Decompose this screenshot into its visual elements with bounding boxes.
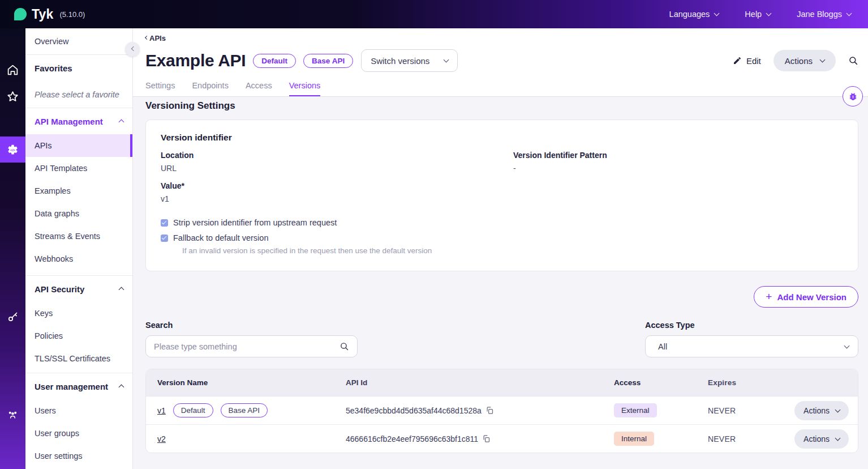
sidebar-item-streams-events[interactable]: Streams & Events <box>25 225 132 248</box>
search-box <box>145 335 358 357</box>
apis-label: APIs <box>35 141 52 150</box>
filters-row: Search Access Type All <box>145 321 858 357</box>
tab-settings[interactable]: Settings <box>145 81 175 96</box>
page-title: Example API <box>145 51 246 70</box>
access-badge: Internal <box>614 432 654 446</box>
field-column-right: Version Identifier Pattern - <box>513 151 843 212</box>
row-actions-button[interactable]: Actions <box>794 429 849 449</box>
main-content: APIs Example API Default Base API Switch… <box>133 28 868 469</box>
home-icon[interactable] <box>0 57 25 83</box>
access-type-value: All <box>658 342 667 351</box>
chevron-down-icon <box>835 407 841 412</box>
policies-label: Policies <box>35 331 63 340</box>
data-graphs-label: Data graphs <box>35 209 79 218</box>
user-menu[interactable]: Jane Bloggs <box>797 10 851 19</box>
strip-version-checkbox[interactable] <box>161 219 168 227</box>
bug-icon <box>848 92 858 101</box>
search-input[interactable] <box>154 342 334 351</box>
sidebar-item-tls-ssl-certificates[interactable]: TLS/SSL Certificates <box>25 347 132 370</box>
sidebar-section-api-security[interactable]: API Security <box>25 276 132 302</box>
sidebar-item-user-settings[interactable]: User settings <box>25 445 132 467</box>
fallback-checkbox-row: Fallback to default version <box>161 233 843 242</box>
star-icon[interactable] <box>0 83 25 109</box>
default-badge: Default <box>253 54 296 68</box>
base-api-badge: Base API <box>221 403 268 417</box>
row-actions-button[interactable]: Actions <box>794 401 849 420</box>
pattern-value: - <box>513 164 843 173</box>
api-templates-label: API Templates <box>35 164 87 173</box>
version-identifier-card: Version identifier Location URL Value* v… <box>145 120 858 271</box>
sidebar-item-policies[interactable]: Policies <box>25 325 132 347</box>
page-header: APIs Example API Default Base API Switch… <box>133 28 868 97</box>
api-management-icon[interactable]: </> <box>0 137 25 163</box>
tab-endpoints[interactable]: Endpoints <box>192 81 229 96</box>
sidebar-section-favorites[interactable]: Favorites <box>25 55 132 81</box>
strip-version-checkbox-row: Strip version identifier from upstream r… <box>161 218 843 227</box>
location-label: Location <box>161 151 491 160</box>
access-type-label: Access Type <box>645 321 858 330</box>
sidebar-item-examples[interactable]: Examples <box>25 180 132 202</box>
search-icon[interactable] <box>340 342 349 351</box>
sidebar-item-users[interactable]: Users <box>25 399 132 422</box>
col-access: Access <box>614 378 708 387</box>
app-version: (5.10.0) <box>60 10 85 19</box>
favorites-label: Favorites <box>35 63 72 73</box>
chevron-down-icon <box>820 57 826 63</box>
copy-icon[interactable] <box>482 434 491 443</box>
add-version-row: + Add New Version <box>145 286 858 308</box>
location-field: Location URL <box>161 151 491 173</box>
field-grid: Location URL Value* v1 Version Identifie… <box>161 151 843 212</box>
logo-text: Tyk <box>32 7 54 22</box>
streams-events-label: Streams & Events <box>35 232 100 241</box>
user-groups-label: User groups <box>35 429 79 438</box>
access-type-select[interactable]: All <box>645 335 858 357</box>
tyk-leaf-icon <box>14 8 27 20</box>
tab-versions[interactable]: Versions <box>289 81 321 96</box>
bug-report-button[interactable] <box>843 86 863 106</box>
sidebar-item-apis[interactable]: APIs <box>25 134 132 157</box>
copy-icon[interactable] <box>485 406 494 415</box>
sidebar-collapse-button[interactable] <box>125 42 140 57</box>
fallback-checkbox[interactable] <box>161 234 168 242</box>
add-new-version-button[interactable]: + Add New Version <box>754 286 858 308</box>
base-api-badge: Base API <box>303 54 353 68</box>
value-field: Value* v1 <box>161 181 491 203</box>
chevron-up-icon <box>119 287 124 293</box>
languages-menu[interactable]: Languages <box>669 10 719 19</box>
chevron-up-icon <box>119 120 124 125</box>
sidebar-item-data-graphs[interactable]: Data graphs <box>25 202 132 225</box>
search-label: Search <box>145 321 358 330</box>
header-actions-button[interactable]: Actions <box>774 50 836 71</box>
user-management-users-icon[interactable] <box>0 401 25 427</box>
sidebar-section-user-management[interactable]: User management <box>25 373 132 399</box>
topbar-menus: Languages Help Jane Bloggs <box>669 10 851 19</box>
languages-label: Languages <box>669 10 710 19</box>
version-link-v2[interactable]: v2 <box>157 434 166 444</box>
sidebar-section-api-management[interactable]: API Management <box>25 108 132 134</box>
col-api-id: API Id <box>346 378 614 387</box>
sidebar-item-webhooks[interactable]: Webhooks <box>25 248 132 270</box>
api-management-label: API Management <box>35 117 103 126</box>
version-link-v1[interactable]: v1 <box>157 406 166 415</box>
table-row: v1 Default Base API 5e34f6e9cbbd4d5d635a… <box>146 396 858 424</box>
sidebar-item-user-groups[interactable]: User groups <box>25 422 132 445</box>
sidebar-item-api-templates[interactable]: API Templates <box>25 157 132 180</box>
api-id-cell: 5e34f6e9cbbd4d5d635af44c68d1528a <box>346 406 614 415</box>
tab-access[interactable]: Access <box>246 81 272 96</box>
access-cell: Internal <box>614 432 708 446</box>
keys-label: Keys <box>35 309 53 318</box>
pencil-icon <box>733 56 742 65</box>
edit-button[interactable]: Edit <box>733 56 761 66</box>
add-new-version-label: Add New Version <box>777 292 846 302</box>
edit-label: Edit <box>746 56 761 66</box>
value-label: Value* <box>161 181 491 190</box>
breadcrumb[interactable]: APIs <box>145 34 858 42</box>
header-search-icon[interactable] <box>848 56 858 66</box>
actions-cell: Actions <box>781 401 858 420</box>
api-security-key-icon[interactable] <box>0 304 25 330</box>
switch-versions-dropdown[interactable]: Switch versions <box>361 49 458 72</box>
sidebar-item-overview[interactable]: Overview <box>25 28 132 54</box>
help-menu[interactable]: Help <box>745 10 771 19</box>
tyk-logo[interactable]: Tyk (5.10.0) <box>14 7 85 22</box>
sidebar-item-keys[interactable]: Keys <box>25 302 132 325</box>
